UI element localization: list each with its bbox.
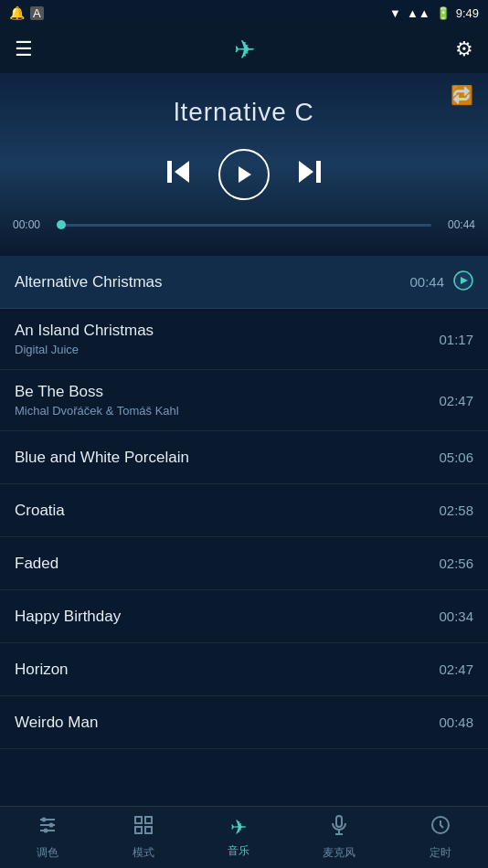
track-item[interactable]: Be The BossMichal Dvořáček & Tomáš Kahl0… xyxy=(0,370,488,431)
prev-button[interactable] xyxy=(164,157,193,193)
now-playing-icon xyxy=(453,270,473,294)
gear-icon: ⚙ xyxy=(455,37,473,61)
track-item[interactable]: An Island ChristmasDigital Juice01:17 xyxy=(0,309,488,370)
svg-rect-13 xyxy=(135,817,142,823)
nav-label-mode: 模式 xyxy=(133,845,154,861)
track-list: Alternative Christmas00:44 An Island Chr… xyxy=(0,256,488,806)
track-name: Weirdo Man xyxy=(15,714,98,732)
current-time: 00:00 xyxy=(13,218,48,231)
progress-dot xyxy=(57,220,66,229)
track-right: 05:06 xyxy=(439,450,473,465)
track-duration: 00:48 xyxy=(439,715,473,730)
toolbar: ☰ ✈ ⚙ xyxy=(0,26,488,73)
track-item[interactable]: Happy Birthday00:34 xyxy=(0,590,488,643)
track-duration: 01:17 xyxy=(439,332,473,347)
track-right: 01:17 xyxy=(439,332,473,347)
nav-label-mic: 麦克风 xyxy=(323,845,355,861)
svg-point-11 xyxy=(49,823,54,828)
repeat-icon: 🔁 xyxy=(451,84,473,106)
track-name: Happy Birthday xyxy=(15,608,121,626)
player-area: 🔁 lternative C 00:00 00:44 xyxy=(0,73,488,256)
a-icon: A xyxy=(30,6,44,20)
nav-item-adjust[interactable]: 调色 xyxy=(26,809,69,866)
track-name: An Island Christmas xyxy=(15,322,154,340)
track-info: Alternative Christmas xyxy=(15,273,163,291)
svg-point-12 xyxy=(44,829,48,833)
svg-rect-15 xyxy=(135,827,142,833)
notification-icon: 🔔 xyxy=(9,5,25,20)
status-right: ▼ ▲▲ 🔋 9:49 xyxy=(389,6,479,20)
svg-rect-1 xyxy=(167,161,172,183)
nav-label-adjust: 调色 xyxy=(37,845,58,861)
track-duration: 02:47 xyxy=(439,662,473,677)
progress-bar-container[interactable]: 00:00 00:44 xyxy=(0,218,488,231)
track-item[interactable]: Croatia02:58 xyxy=(0,484,488,537)
prev-icon xyxy=(164,157,193,186)
track-artist: Digital Juice xyxy=(15,343,154,356)
track-info: Faded xyxy=(15,555,58,573)
song-title: lternative C xyxy=(174,98,314,127)
track-item[interactable]: Faded02:56 xyxy=(0,537,488,590)
svg-rect-14 xyxy=(145,817,152,823)
nav-item-timer[interactable]: 定时 xyxy=(419,809,462,866)
track-item[interactable]: Blue and White Porcelain05:06 xyxy=(0,431,488,484)
track-info: Croatia xyxy=(15,502,65,520)
track-info: An Island ChristmasDigital Juice xyxy=(15,322,154,356)
play-icon xyxy=(233,164,255,185)
track-item[interactable]: Alternative Christmas00:44 xyxy=(0,256,488,309)
track-duration: 00:44 xyxy=(409,274,444,290)
repeat-button[interactable]: 🔁 xyxy=(451,84,473,106)
svg-rect-4 xyxy=(316,161,321,183)
bottom-nav: 调色 模式 ✈ 音乐 麦克风 xyxy=(0,806,488,868)
plane-icon-nav: ✈ xyxy=(230,816,247,840)
track-right: 00:44 xyxy=(409,270,473,294)
svg-rect-17 xyxy=(336,816,342,827)
track-duration: 00:34 xyxy=(439,609,473,624)
status-left: 🔔 A xyxy=(9,5,44,20)
clock-icon xyxy=(430,814,451,842)
menu-icon: ☰ xyxy=(15,37,33,61)
track-name: Alternative Christmas xyxy=(15,273,163,291)
track-info: Weirdo Man xyxy=(15,714,98,732)
track-info: Happy Birthday xyxy=(15,608,121,626)
next-button[interactable] xyxy=(295,157,324,193)
settings-button[interactable]: ⚙ xyxy=(455,37,473,61)
grid-icon xyxy=(133,814,154,842)
svg-marker-0 xyxy=(175,161,189,183)
track-right: 00:48 xyxy=(439,715,473,730)
track-duration: 02:58 xyxy=(439,503,473,518)
track-duration: 02:47 xyxy=(439,393,473,408)
playback-controls xyxy=(164,149,324,200)
clock: 9:49 xyxy=(456,6,479,20)
nav-label-timer: 定时 xyxy=(430,845,451,861)
progress-track[interactable] xyxy=(57,224,431,227)
track-name: Be The Boss xyxy=(15,383,179,401)
nav-item-mode[interactable]: 模式 xyxy=(122,809,165,866)
status-bar: 🔔 A ▼ ▲▲ 🔋 9:49 xyxy=(0,0,488,26)
track-right: 00:34 xyxy=(439,609,473,624)
track-info: Be The BossMichal Dvořáček & Tomáš Kahl xyxy=(15,383,179,418)
svg-marker-3 xyxy=(299,161,313,183)
track-name: Faded xyxy=(15,555,58,573)
svg-marker-2 xyxy=(239,166,251,183)
track-right: 02:47 xyxy=(439,662,473,677)
nav-item-music[interactable]: ✈ 音乐 xyxy=(217,810,260,864)
svg-point-10 xyxy=(42,818,47,822)
nav-label-music: 音乐 xyxy=(228,843,249,859)
track-artist: Michal Dvořáček & Tomáš Kahl xyxy=(15,404,179,418)
track-info: Horizon xyxy=(15,661,69,679)
nav-item-mic[interactable]: 麦克风 xyxy=(312,809,366,866)
track-name: Horizon xyxy=(15,661,69,679)
wifi-icon: ▼ xyxy=(389,6,401,20)
logo-icon: ✈ xyxy=(234,35,255,65)
signal-icon: ▲▲ xyxy=(407,6,430,20)
next-icon xyxy=(295,157,324,186)
track-info: Blue and White Porcelain xyxy=(15,449,189,467)
track-item[interactable]: Weirdo Man00:48 xyxy=(0,696,488,749)
track-item[interactable]: Horizon02:47 xyxy=(0,643,488,696)
sliders-icon xyxy=(37,814,58,842)
menu-button[interactable]: ☰ xyxy=(15,37,33,61)
track-right: 02:58 xyxy=(439,503,473,518)
play-button[interactable] xyxy=(218,149,270,200)
track-duration: 02:56 xyxy=(439,556,473,571)
